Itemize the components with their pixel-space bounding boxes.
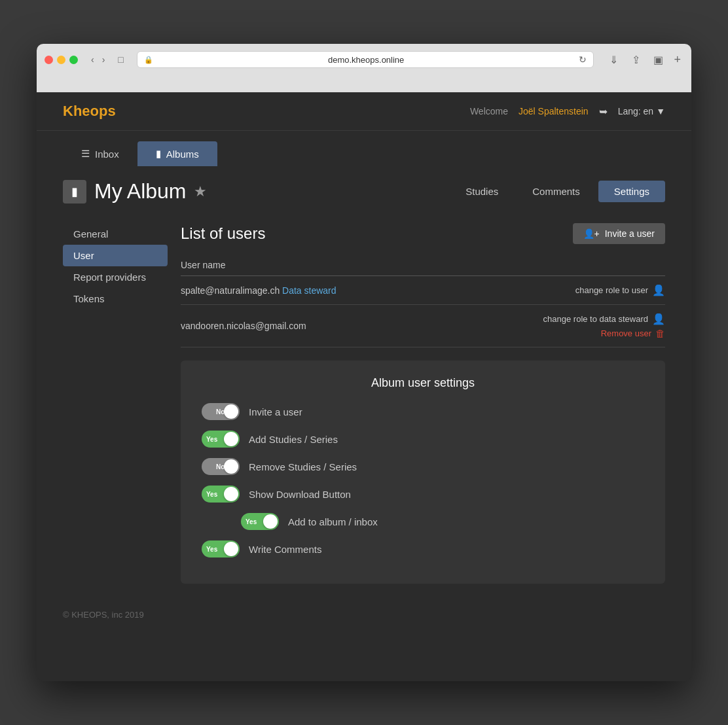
change-role-label-1: change role to user	[575, 285, 648, 295]
comments-toggle-label: Yes	[206, 546, 217, 553]
sidebar-item-user[interactable]: User	[63, 245, 168, 266]
add-studies-setting-label: Add Studies / Series	[249, 434, 338, 445]
studies-tab-label: Studies	[465, 186, 498, 197]
remove-studies-toggle-ball	[224, 459, 238, 474]
table-row: vandooren.nicolas@gmail.com change role …	[181, 305, 665, 347]
add-studies-toggle-ball	[224, 432, 238, 446]
url-text: demo.kheops.online	[157, 55, 575, 65]
browser-chrome: ‹ › □ 🔒 demo.kheops.online ↻ ⇓ ⇪ ▣ +	[37, 44, 691, 92]
lang-selector[interactable]: Lang: en ▼	[618, 106, 665, 116]
add-to-album-toggle-label: Yes	[246, 518, 257, 525]
setting-row-comments: Yes Write Comments	[202, 540, 644, 557]
hamburger-icon: ☰	[81, 148, 90, 160]
invite-setting-label: Invite a user	[249, 406, 302, 417]
browser-window: ‹ › □ 🔒 demo.kheops.online ↻ ⇓ ⇪ ▣ +	[37, 44, 691, 681]
logout-icon-button[interactable]: ➥	[599, 105, 608, 118]
sidebar-item-tokens[interactable]: Tokens	[63, 288, 168, 309]
album-tabs: Studies Comments Settings	[450, 181, 665, 202]
invite-toggle[interactable]: No	[202, 403, 240, 420]
settings-tab[interactable]: Settings	[598, 181, 665, 202]
sidebar-report-label: Report providers	[73, 272, 146, 283]
footer: © KHEOPS, inc 2019	[37, 597, 691, 633]
add-studies-toggle-label: Yes	[206, 436, 217, 443]
lang-label: Lang: en	[618, 106, 654, 116]
setting-row-invite: No Invite a user	[202, 403, 644, 420]
setting-row-remove-studies: No Remove Studies / Series	[202, 458, 644, 475]
add-to-album-setting-label: Add to album / inbox	[288, 516, 378, 527]
nav-right: Welcome Joël Spaltenstein ➥ Lang: en ▼	[470, 105, 665, 118]
username-column-header: User name	[181, 255, 452, 276]
album-header: ▮ My Album ★ Studies Comments Settings	[37, 166, 691, 210]
close-traffic-light[interactable]	[45, 56, 53, 64]
add-to-album-toggle[interactable]: Yes	[241, 513, 279, 530]
back-button[interactable]: ‹	[88, 53, 97, 66]
settings-sidebar: General User Report providers Tokens	[63, 210, 168, 597]
actions-column-header	[452, 255, 665, 276]
setting-row-download: Yes Show Download Button	[202, 486, 644, 503]
remove-studies-setting-label: Remove Studies / Series	[249, 461, 357, 472]
change-role-button-1[interactable]: change role to user 👤	[575, 284, 665, 296]
album-user-settings-section: Album user settings No Invite a user Yes	[181, 361, 665, 584]
favorite-star-icon[interactable]: ★	[194, 183, 207, 200]
invite-toggle-ball	[224, 404, 238, 419]
reload-button[interactable]: ↻	[579, 54, 587, 65]
copyright-text: © KHEOPS, inc 2019	[63, 610, 144, 620]
traffic-lights	[45, 56, 78, 64]
album-icon: ▮	[63, 180, 86, 203]
user-email-1: spalte@naturalimage.ch	[181, 285, 280, 296]
download-toggle[interactable]: Yes	[202, 486, 240, 503]
albums-tab[interactable]: ▮ Albums	[137, 141, 217, 166]
user-action-cell-1: change role to user 👤	[452, 276, 665, 305]
main-nav: ☰ Inbox ▮ Albums	[37, 131, 691, 166]
album-title-area: ▮ My Album ★	[63, 179, 207, 203]
trash-icon: 🗑	[655, 328, 665, 339]
new-tab-button[interactable]: +	[671, 50, 683, 69]
download-toggle-label: Yes	[206, 491, 217, 498]
download-toggle-ball	[224, 487, 238, 501]
sidebar-item-general[interactable]: General	[63, 223, 168, 245]
sidebar-tokens-label: Tokens	[73, 293, 105, 304]
studies-tab[interactable]: Studies	[450, 181, 514, 202]
username-text[interactable]: Joël Spaltenstein	[519, 106, 589, 116]
extensions-icon-button[interactable]: ▣	[649, 50, 667, 69]
share-icon-button[interactable]: ⇪	[627, 50, 645, 69]
remove-user-label: Remove user	[601, 328, 651, 338]
albums-tab-label: Albums	[166, 149, 199, 160]
download-icon-button[interactable]: ⇓	[604, 50, 623, 69]
user-role-icon-1: 👤	[652, 284, 665, 296]
add-user-icon: 👤+	[583, 228, 600, 239]
download-setting-label: Show Download Button	[249, 489, 351, 500]
address-bar[interactable]: 🔒 demo.kheops.online ↻	[137, 51, 594, 68]
sidebar-item-report-providers[interactable]: Report providers	[63, 266, 168, 288]
setting-row-add-studies: Yes Add Studies / Series	[202, 431, 644, 448]
change-role-button-2[interactable]: change role to data steward 👤	[543, 313, 665, 325]
comments-toggle[interactable]: Yes	[202, 540, 240, 557]
users-section-header: List of users 👤+ Invite a user	[181, 223, 665, 244]
user-email-cell: spalte@naturalimage.ch Data steward	[181, 276, 452, 305]
lang-chevron-icon: ▼	[656, 106, 665, 116]
browser-tabs	[45, 74, 683, 92]
invite-user-button[interactable]: 👤+ Invite a user	[573, 223, 665, 244]
content-panel: List of users 👤+ Invite a user User name	[168, 210, 665, 597]
forward-button[interactable]: ›	[100, 53, 108, 66]
inbox-tab-label: Inbox	[95, 149, 119, 160]
app-content: Kheops Welcome Joël Spaltenstein ➥ Lang:…	[37, 92, 691, 681]
inbox-tab[interactable]: ☰ Inbox	[63, 141, 137, 166]
comments-tab-label: Comments	[532, 186, 580, 197]
main-content: General User Report providers Tokens Lis…	[37, 210, 691, 597]
setting-row-add-to-album: Yes Add to album / inbox	[202, 513, 644, 530]
user-email-2: vandooren.nicolas@gmail.com	[181, 321, 306, 331]
user-action-cell-2: change role to data steward 👤 Remove use…	[452, 305, 665, 347]
minimize-traffic-light[interactable]	[57, 56, 65, 64]
comments-tab[interactable]: Comments	[517, 181, 596, 202]
user-role-badge-1: Data steward	[282, 285, 336, 296]
users-table: User name spalte@naturalimage.ch Data st…	[181, 255, 665, 347]
maximize-traffic-light[interactable]	[69, 56, 78, 64]
album-title: My Album	[94, 179, 186, 203]
sidebar-general-label: General	[73, 228, 108, 239]
sidebar-toggle-button[interactable]: □	[115, 53, 126, 66]
invite-button-label: Invite a user	[605, 228, 655, 239]
remove-studies-toggle[interactable]: No	[202, 458, 240, 475]
remove-user-button[interactable]: Remove user 🗑	[601, 328, 665, 339]
add-studies-toggle[interactable]: Yes	[202, 431, 240, 448]
